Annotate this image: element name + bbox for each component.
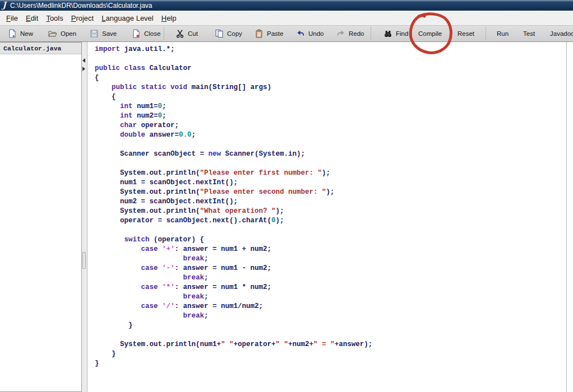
code-line [95, 330, 566, 340]
find-icon [383, 29, 392, 38]
menu-bar: FileEditToolsProjectLanguage LevelHelp [0, 11, 573, 26]
toolbar-button-find[interactable]: Find [383, 26, 408, 41]
toolbar-button-reset[interactable]: Reset [458, 26, 474, 41]
code-line: System.out.println("Please enter first n… [95, 169, 566, 178]
toolbar-button-label: Save [102, 30, 117, 37]
toolbar-button-run[interactable]: Run [497, 26, 509, 41]
menu-project[interactable]: Project [67, 12, 98, 24]
toolbar-button-test[interactable]: Test [523, 26, 535, 41]
toolbar-button-compile[interactable]: Compile [418, 26, 442, 41]
jgrasp-logo-icon: J [2, 1, 6, 10]
title-bar: J C:\Users\MedlinkDR\Downloads\Calculato… [0, 0, 573, 11]
code-line: double answer=0.0; [95, 130, 566, 140]
code-line: public class Calculator [95, 64, 566, 73]
code-line: } [95, 349, 566, 359]
file-list-panel: Calculator.java [0, 42, 82, 392]
code-line: break; [95, 273, 566, 283]
code-line: System.out.println(num1+" "+operator+" "… [95, 340, 566, 349]
menu-language-level[interactable]: Language Level [98, 12, 158, 24]
code-line: import java.util.*; [95, 45, 566, 54]
copy-icon [215, 29, 224, 38]
code-line: } [95, 359, 566, 368]
toolbar-button-label: Close [144, 30, 160, 37]
splitter-handle[interactable] [82, 252, 86, 269]
code-line: break; [95, 254, 566, 264]
toolbar-button-label: Test [523, 30, 535, 37]
code-line: int num2=0; [95, 111, 566, 121]
open-folder-icon [48, 29, 57, 38]
toolbar-button-label: Open [61, 30, 76, 37]
toolbar-button-label: Cut [188, 30, 198, 37]
code-line: case '+': answer = num1 + num2; [95, 245, 566, 254]
code-line: operator = scanObject.next().charAt(0); [95, 216, 566, 226]
menu-tools[interactable]: Tools [42, 12, 67, 24]
toolbar-button-label: Find [396, 30, 408, 37]
toolbar-button-label: Javadoc [550, 30, 573, 37]
toolbar-button-javadoc[interactable]: Javadoc [550, 26, 573, 41]
toolbar-separator [486, 27, 486, 40]
toolbar-button-close[interactable]: Close [132, 26, 160, 41]
new-file-icon [8, 29, 17, 38]
code-line [95, 159, 566, 169]
code-line [95, 140, 566, 150]
toolbar-button-copy[interactable]: Copy [215, 26, 242, 41]
right-gap [567, 42, 573, 392]
code-line: } [95, 321, 566, 330]
toolbar-button-undo[interactable]: Undo [296, 26, 324, 41]
toolbar-button-save[interactable]: Save [90, 26, 117, 41]
code-line: break; [95, 292, 566, 302]
undo-icon [296, 29, 305, 38]
code-line: case '/': answer = num1/num2; [95, 302, 566, 311]
menu-help[interactable]: Help [158, 12, 181, 24]
toolbar-button-label: Undo [308, 30, 324, 37]
code-line: public static void main(String[] args) [95, 83, 566, 92]
toolbar-button-open[interactable]: Open [48, 26, 76, 41]
code-line: int num1=0; [95, 102, 566, 111]
toolbar-button-redo[interactable]: Redo [336, 26, 364, 41]
collapse-left-icon[interactable] [82, 58, 85, 63]
code-line: System.out.println("What operation? "); [95, 207, 566, 216]
code-line [95, 226, 566, 235]
toolbar-button-label: Copy [227, 30, 242, 37]
redo-icon [336, 29, 345, 38]
toolbar-button-label: New [20, 30, 33, 37]
toolbar-button-cut[interactable]: Cut [175, 26, 198, 41]
toolbar-separator [371, 27, 371, 40]
code-editor[interactable]: import java.util.*; public class Calcula… [87, 42, 567, 392]
code-line: num2 = scanObject.nextInt(); [95, 197, 566, 207]
close-file-icon [132, 29, 141, 38]
code-line: case '*': answer = num1 * num2; [95, 283, 566, 292]
code-line: switch (operator) { [95, 235, 566, 245]
collapse-right-icon[interactable] [82, 67, 85, 71]
code-line: { [95, 73, 566, 83]
toolbar-button-label: Redo [349, 30, 364, 37]
toolbar-button-new[interactable]: New [8, 26, 33, 41]
code-line: char operator; [95, 121, 566, 130]
toolbar-button-label: Compile [418, 30, 442, 37]
cut-icon [175, 29, 184, 38]
save-icon [90, 29, 99, 38]
menu-file[interactable]: File [2, 12, 22, 24]
toolbar-button-paste[interactable]: Paste [255, 26, 283, 41]
panel-splitter[interactable] [82, 42, 87, 392]
toolbar: NewOpenSaveCloseCutCopyPasteUndoRedoFind… [0, 26, 573, 42]
open-file-item[interactable]: Calculator.java [0, 43, 81, 54]
menu-edit[interactable]: Edit [22, 12, 42, 24]
code-line: System.out.println("Please enter second … [95, 188, 566, 197]
main-area: Calculator.java import java.util.*; publ… [0, 42, 573, 392]
code-line: Scanner scanObject = new Scanner(System.… [95, 150, 566, 159]
toolbar-button-label: Run [497, 30, 509, 37]
toolbar-button-label: Paste [267, 30, 283, 37]
window-title: C:\Users\MedlinkDR\Downloads\Calculator.… [10, 2, 152, 10]
code-line: num1 = scanObject.nextInt(); [95, 178, 566, 188]
code-line: { [95, 92, 566, 102]
code-line: break; [95, 311, 566, 321]
paste-icon [255, 29, 264, 38]
code-line [95, 54, 566, 64]
code-line: case '-': answer = num1 - num2; [95, 264, 566, 273]
toolbar-button-label: Reset [458, 30, 474, 37]
toolbar-separator [164, 27, 164, 40]
